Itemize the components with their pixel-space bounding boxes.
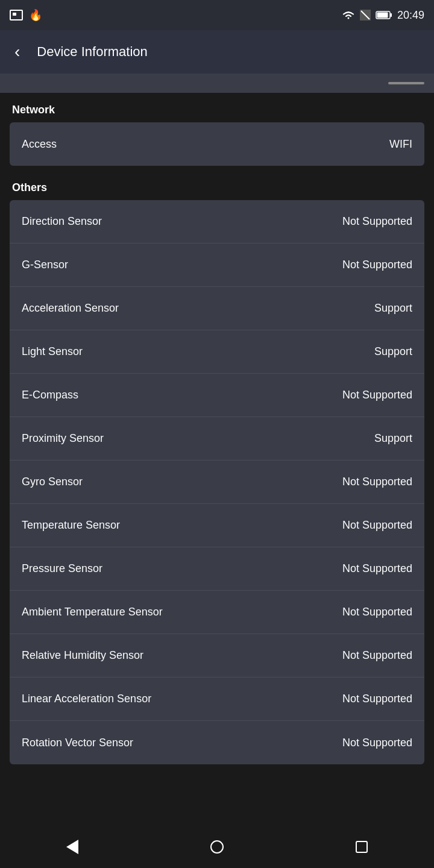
others-item-label-0: Direction Sensor [22,215,102,228]
others-section-label: Others [0,171,434,200]
app-bar: ‹ Device Information [0,30,434,74]
others-item-value-10: Not Supported [342,649,412,662]
others-card: Direction SensorNot SupportedG-SensorNot… [10,200,424,764]
nav-home-icon [210,840,224,854]
network-section-label: Network [0,93,434,122]
others-item-6: Gyro SensorNot Supported [10,461,424,504]
others-item-value-2: Support [374,302,412,315]
others-item-label-1: G-Sensor [22,259,68,271]
others-item-value-3: Support [374,345,412,358]
app-bar-title: Device Information [37,44,147,60]
others-item-2: Acceleration SensorSupport [10,287,424,330]
others-item-label-9: Ambient Temperature Sensor [22,606,163,618]
others-item-label-4: E-Compass [22,389,78,401]
bottom-nav [0,826,434,868]
wifi-icon [342,10,355,20]
battery-icon [376,10,392,20]
others-item-value-4: Not Supported [342,389,412,401]
flame-icon: 🔥 [29,8,42,22]
others-item-10: Relative Humidity SensorNot Supported [10,634,424,678]
signal-blocked-icon [360,10,371,20]
others-item-value-9: Not Supported [342,606,412,618]
svg-rect-4 [377,13,388,18]
others-item-7: Temperature SensorNot Supported [10,504,424,547]
photo-icon [10,10,23,20]
others-item-value-8: Not Supported [342,562,412,575]
scroll-hint [0,74,434,93]
others-item-value-11: Not Supported [342,693,412,705]
others-item-4: E-CompassNot Supported [10,374,424,417]
others-item-label-5: Proximity Sensor [22,432,104,445]
others-item-value-6: Not Supported [342,476,412,488]
status-bar-left-icons: 🔥 [10,8,42,22]
others-item-value-5: Support [374,432,412,445]
others-item-label-12: Rotation Vector Sensor [22,737,133,749]
others-item-0: Direction SensorNot Supported [10,200,424,244]
others-item-label-8: Pressure Sensor [22,562,102,575]
others-item-1: G-SensorNot Supported [10,244,424,287]
network-access-label: Access [22,138,57,151]
others-item-5: Proximity SensorSupport [10,417,424,461]
others-item-3: Light SensorSupport [10,330,424,374]
network-access-value: WIFI [389,138,412,151]
others-item-value-1: Not Supported [342,259,412,271]
others-item-value-0: Not Supported [342,215,412,228]
others-item-label-6: Gyro Sensor [22,476,83,488]
others-item-12: Rotation Vector SensorNot Supported [10,721,424,764]
others-item-value-12: Not Supported [342,737,412,749]
others-item-label-7: Temperature Sensor [22,519,120,532]
network-access-item: Access WIFI [10,122,424,166]
back-button[interactable]: ‹ [10,39,25,65]
others-item-8: Pressure SensorNot Supported [10,547,424,591]
others-item-9: Ambient Temperature SensorNot Supported [10,591,424,634]
nav-recent-icon [356,841,368,853]
status-bar: 🔥 20:49 [0,0,434,30]
nav-home-button[interactable] [199,835,235,859]
scroll-indicator [388,82,424,84]
others-item-label-10: Relative Humidity Sensor [22,649,143,662]
nav-back-button[interactable] [54,835,90,859]
others-item-value-7: Not Supported [342,519,412,532]
status-time: 20:49 [397,9,424,22]
nav-back-icon [66,840,78,854]
nav-recent-button[interactable] [344,835,380,859]
svg-rect-3 [390,13,392,17]
others-item-label-11: Linear Acceleration Sensor [22,693,151,705]
others-item-label-2: Acceleration Sensor [22,302,119,315]
network-card: Access WIFI [10,122,424,166]
others-item-11: Linear Acceleration SensorNot Supported [10,678,424,721]
status-bar-right-icons: 20:49 [342,9,424,22]
others-item-label-3: Light Sensor [22,345,83,358]
